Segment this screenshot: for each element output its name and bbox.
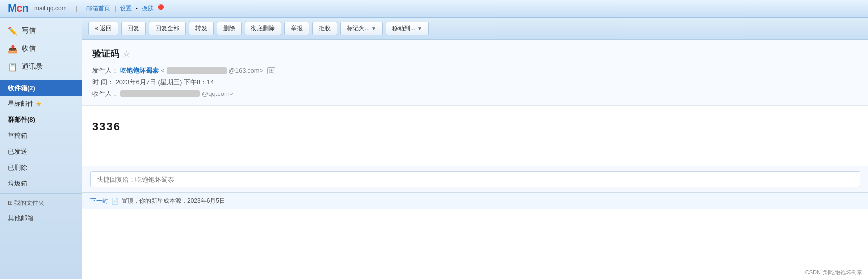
deleted-label: 已删除	[8, 164, 27, 171]
sender-email-suffix: @163.com>	[229, 65, 264, 76]
footer-text: 置顶，你的新星成本源，2023年6月5日	[122, 197, 225, 205]
sidebar-divider2	[0, 193, 82, 194]
reply-all-button[interactable]: 回复全部	[149, 22, 186, 35]
draft-label: 草稿箱	[8, 132, 27, 139]
inbox-download-icon: 📥	[8, 44, 18, 54]
contacts-icon: 📋	[8, 62, 18, 72]
sidebar-item-spam[interactable]: 垃圾箱	[0, 176, 82, 191]
reject-button[interactable]: 拒收	[312, 22, 337, 35]
sidebar-item-sent[interactable]: 已发送	[0, 144, 82, 160]
time-row: 时 间： 2023年6月7日 (星期三) 下午8：14	[92, 76, 858, 88]
reply-button[interactable]: 回复	[121, 22, 146, 35]
nav-hot-icon: 🔴	[158, 4, 164, 13]
time-value: 2023年6月7日 (星期三) 下午8：14	[116, 76, 214, 88]
sender-email-prefix: <	[161, 65, 165, 76]
header: Mcn mail.qq.com | 邮箱首页 | 设置 - 换肤 🔴	[0, 0, 868, 18]
sidebar-contacts-label: 通讯录	[22, 62, 43, 71]
main-content: « 返回 回复 回复全部 转发 删除 彻底删除 举报 拒收 标记为... ▼ 移…	[82, 18, 868, 279]
spam-label: 垃圾箱	[8, 180, 27, 187]
nav-home[interactable]: 邮箱首页	[86, 4, 110, 13]
star-toggle-icon[interactable]: ☆	[123, 49, 130, 59]
email-view: 验证码 ☆ 发件人： 吃饱饱坏蜀泰 < @163.com> 图 时 间：	[82, 40, 868, 279]
back-button[interactable]: « 返回	[88, 22, 118, 35]
recipient-email-blurred	[120, 90, 200, 97]
quick-reply-input[interactable]	[90, 171, 860, 187]
sidebar-inbox-action-label: 收信	[22, 44, 36, 53]
sent-label: 已发送	[8, 148, 27, 155]
sidebar: ✏️ 写信 📥 收信 📋 通讯录 收件箱(2) 星标邮件 ★ 群邮件(8) 草稿…	[0, 18, 82, 279]
email-subject: 验证码 ☆	[92, 48, 858, 60]
sidebar-write[interactable]: ✏️ 写信	[0, 22, 82, 40]
watermark: CSDN @|吃饱饱坏蜀泰	[805, 269, 862, 276]
nav-sep1: |	[114, 4, 116, 13]
from-label: 发件人：	[92, 65, 118, 76]
footer-prev-label[interactable]: 下一封	[90, 197, 108, 205]
from-row: 发件人： 吃饱饱坏蜀泰 < @163.com> 图	[92, 65, 858, 76]
sender-card-icon[interactable]: 图	[267, 67, 275, 74]
site-label: mail.qq.com	[34, 5, 67, 12]
sidebar-my-folders[interactable]: 我的文件夹	[0, 196, 82, 210]
email-meta: 发件人： 吃饱饱坏蜀泰 < @163.com> 图 时 间： 2023年6月7日…	[92, 65, 858, 99]
sidebar-item-draft[interactable]: 草稿箱	[0, 128, 82, 144]
quick-reply-section	[82, 166, 868, 192]
footer-icon: 📄	[111, 198, 119, 205]
logo: Mcn	[8, 2, 28, 15]
nav-sep2: -	[136, 4, 138, 13]
email-header: 验证码 ☆ 发件人： 吃饱饱坏蜀泰 < @163.com> 图 时 间：	[82, 40, 868, 106]
other-mailbox-label: 其他邮箱	[8, 214, 34, 222]
mark-label: 标记为...	[347, 24, 370, 33]
star-icon: ★	[36, 100, 42, 108]
time-label: 时 间：	[92, 76, 114, 88]
sidebar-item-inbox[interactable]: 收件箱(2)	[0, 80, 82, 96]
inbox-folder-label: 收件箱(2)	[8, 84, 35, 92]
sidebar-item-starred[interactable]: 星标邮件 ★	[0, 96, 82, 112]
header-divider: |	[76, 5, 77, 12]
group-label: 群邮件(8)	[8, 116, 35, 123]
subject-text: 验证码	[92, 48, 119, 60]
mark-arrow-icon: ▼	[372, 26, 376, 31]
sender-name[interactable]: 吃饱饱坏蜀泰	[120, 65, 159, 76]
header-nav: 邮箱首页 | 设置 - 换肤 🔴	[86, 4, 164, 13]
sidebar-divider1	[0, 78, 82, 78]
delete-perm-button[interactable]: 彻底删除	[245, 22, 281, 35]
to-row: 收件人： @qq.com>	[92, 88, 858, 99]
email-body: 3336	[82, 106, 868, 166]
sidebar-item-deleted[interactable]: 已删除	[0, 160, 82, 176]
logo-red-letter: c	[16, 2, 22, 14]
email-toolbar: « 返回 回复 回复全部 转发 删除 彻底删除 举报 拒收 标记为... ▼ 移…	[82, 18, 868, 40]
watermark-text: CSDN @|吃饱饱坏蜀泰	[805, 269, 862, 275]
verification-code: 3336	[92, 118, 858, 135]
main-layout: ✏️ 写信 📥 收信 📋 通讯录 收件箱(2) 星标邮件 ★ 群邮件(8) 草稿…	[0, 18, 868, 279]
sender-email-blurred	[167, 67, 227, 74]
sidebar-contacts[interactable]: 📋 通讯录	[0, 58, 82, 76]
nav-skin[interactable]: 换肤	[142, 4, 154, 13]
email-footer-nav: 下一封 📄 置顶，你的新星成本源，2023年6月5日	[82, 192, 868, 209]
to-label: 收件人：	[92, 88, 118, 99]
nav-settings[interactable]: 设置	[120, 4, 132, 13]
sidebar-item-other-mailbox[interactable]: 其他邮箱	[0, 210, 82, 226]
sidebar-write-label: 写信	[22, 26, 36, 35]
write-icon: ✏️	[8, 26, 18, 36]
forward-button[interactable]: 转发	[189, 22, 214, 35]
move-arrow-icon: ▼	[417, 26, 422, 31]
recipient-email-suffix: @qq.com>	[202, 88, 233, 99]
sidebar-inbox-action[interactable]: 📥 收信	[0, 40, 82, 58]
mark-button[interactable]: 标记为... ▼	[340, 22, 383, 35]
sidebar-item-group[interactable]: 群邮件(8)	[0, 112, 82, 128]
report-button[interactable]: 举报	[284, 22, 309, 35]
my-folders-label: 我的文件夹	[14, 199, 44, 206]
move-label: 移动到...	[392, 24, 415, 33]
move-button[interactable]: 移动到... ▼	[386, 22, 429, 35]
starred-label: 星标邮件	[8, 99, 34, 108]
delete-button[interactable]: 删除	[217, 22, 242, 35]
